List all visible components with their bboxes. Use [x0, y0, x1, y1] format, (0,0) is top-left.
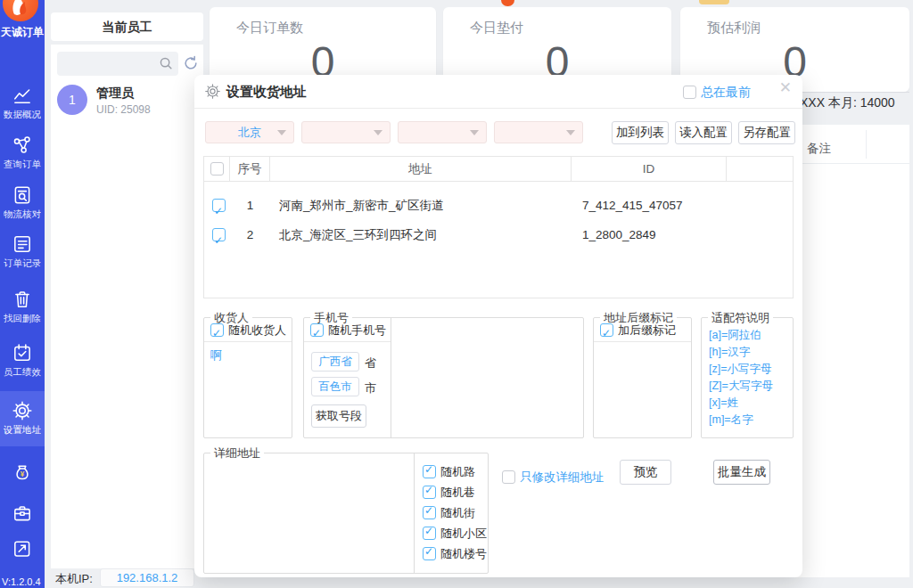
divider	[414, 453, 415, 573]
col-header-id: ID	[572, 157, 727, 182]
stat-title: 今日订单数	[236, 20, 303, 37]
random-road-checkbox[interactable]	[423, 465, 436, 478]
batch-generate-button[interactable]: 批量生成	[713, 460, 770, 485]
chevron-down-icon	[566, 130, 575, 135]
adapter-line: [x]=姓	[709, 395, 773, 412]
sidebar: 天诚订单 数据概况 查询订单 物流核对 订单记录 找回删除 员工绩效 设置地址 …	[0, 0, 45, 588]
city-select[interactable]	[301, 121, 391, 143]
random-building-toggle[interactable]: 随机楼号	[423, 546, 487, 562]
stat-title: 今日垫付	[470, 20, 523, 37]
random-community-checkbox[interactable]	[423, 527, 436, 540]
search-icon[interactable]	[158, 55, 174, 71]
employee-name[interactable]: 管理员	[96, 86, 134, 102]
clipboard-transfer-icon	[12, 538, 33, 559]
phone-city-button[interactable]: 百色市	[311, 377, 359, 396]
sidebar-item-set-address[interactable]: 设置地址	[0, 391, 45, 446]
random-phone-checkbox[interactable]	[310, 323, 324, 337]
row-checkbox[interactable]	[212, 199, 226, 212]
adapter-fieldset: 适配符说明 [a]=阿拉伯 [h]=汉字 [z]=小写字母 [Z]=大写字母 […	[701, 317, 794, 438]
random-building-checkbox[interactable]	[423, 547, 436, 560]
local-ip-value[interactable]: 192.168.1.2	[100, 568, 194, 587]
sidebar-item-wallet[interactable]: ¥	[0, 462, 45, 484]
adapter-line: [a]=阿拉伯	[709, 327, 773, 344]
sidebar-item-label: 找回删除	[1, 312, 44, 324]
trash-icon	[12, 289, 33, 310]
sidebar-item-logistics-check[interactable]: 物流核对	[0, 184, 45, 221]
add-suffix-checkbox[interactable]	[600, 323, 613, 337]
province-select[interactable]: 北京	[205, 121, 294, 143]
gear-icon	[12, 400, 33, 421]
money-bag-icon: ¥	[12, 462, 33, 484]
add-suffix-label: 加后缀标记	[618, 323, 676, 337]
sidebar-item-employee-performance[interactable]: 员工绩效	[0, 342, 45, 379]
random-lane-checkbox[interactable]	[423, 486, 436, 499]
sidebar-item-label: 员工绩效	[1, 365, 44, 378]
random-road-label: 随机路	[440, 465, 475, 478]
receiver-fieldset: 收货人 随机收货人 啊	[203, 317, 292, 438]
phone-segment-area[interactable]	[391, 318, 583, 437]
sidebar-item-label: 查询订单	[1, 158, 44, 170]
select-all-checkbox[interactable]	[210, 162, 224, 176]
random-community-toggle[interactable]: 随机小区	[423, 526, 487, 542]
phone-province-button[interactable]: 广西省	[311, 352, 359, 372]
get-segment-button[interactable]: 获取号段	[311, 404, 366, 428]
row-select-cell	[204, 191, 230, 220]
briefcase-icon	[12, 502, 33, 524]
detail-address-textarea[interactable]	[204, 453, 414, 573]
chevron-down-icon	[374, 130, 382, 135]
random-lane-toggle[interactable]: 随机巷	[423, 485, 475, 501]
sidebar-item-label: 订单记录	[1, 257, 44, 269]
suffix-fieldset: 地址后缀标记 加后缀标记	[593, 317, 692, 438]
sidebar-item-transfer[interactable]	[0, 538, 45, 559]
random-receiver-toggle[interactable]: 随机收货人	[204, 318, 292, 342]
chevron-down-icon	[277, 130, 286, 135]
district-select[interactable]	[398, 121, 487, 143]
adapter-legend: 适配符说明	[708, 310, 773, 326]
select-all-cell	[204, 157, 230, 182]
save-as-config-button[interactable]: 另存配置	[738, 121, 795, 144]
add-suffix-toggle[interactable]: 加后缀标记	[594, 318, 691, 342]
always-on-top-label: 总在最前	[701, 85, 751, 99]
preview-button[interactable]: 预览	[620, 460, 671, 485]
random-lane-label: 随机巷	[440, 486, 475, 499]
only-detail-checkbox[interactable]	[502, 470, 515, 484]
sidebar-item-recover-deleted[interactable]: 找回删除	[0, 289, 45, 325]
row-checkbox[interactable]	[212, 228, 226, 241]
nodes-icon	[12, 135, 33, 156]
col-header-no: 序号	[230, 157, 270, 182]
sidebar-item-order-records[interactable]: 订单记录	[0, 233, 45, 270]
remark-column-header: 备注	[807, 141, 831, 157]
random-street-label: 随机街	[440, 506, 475, 519]
random-road-toggle[interactable]: 随机路	[423, 464, 475, 480]
receiver-value[interactable]: 啊	[210, 347, 222, 363]
province-suffix-label: 省	[365, 355, 376, 372]
random-receiver-checkbox[interactable]	[210, 323, 224, 337]
table-row[interactable]: 2 北京_海淀区_三环到四环之间 1_2800_2849	[204, 220, 793, 249]
employee-panel: 1 管理员 UID: 25098	[51, 45, 203, 568]
row-no: 1	[230, 191, 270, 220]
only-detail-toggle[interactable]: 只修改详细地址	[502, 470, 605, 486]
random-street-checkbox[interactable]	[423, 506, 436, 519]
adapter-line: [z]=小写字母	[709, 361, 773, 378]
refresh-icon[interactable]	[183, 55, 199, 71]
sidebar-item-data-overview[interactable]: 数据概况	[0, 85, 45, 121]
sidebar-item-label: 数据概况	[1, 108, 44, 120]
random-phone-label: 随机手机号	[328, 323, 386, 337]
add-to-list-button[interactable]: 加到列表	[612, 121, 669, 144]
app-root: { "colors": { "sidebar": "#3a50e0", "sid…	[0, 0, 913, 588]
address-table: 序号 地址 ID 1 河南_郑州市_新密市_矿区街道 7_412_415_470…	[203, 156, 794, 298]
sidebar-item-toolbox[interactable]	[0, 502, 45, 524]
street-select[interactable]	[494, 121, 583, 143]
close-icon[interactable]: ✕	[779, 78, 792, 97]
sidebar-item-query-orders[interactable]: 查询订单	[0, 135, 45, 171]
random-street-toggle[interactable]: 随机街	[423, 505, 475, 521]
adapter-line: [h]=汉字	[709, 344, 773, 361]
always-on-top-checkbox[interactable]	[683, 86, 696, 99]
always-on-top-toggle[interactable]: 总在最前	[683, 85, 751, 101]
row-select-cell	[204, 220, 230, 249]
random-phone-toggle[interactable]: 随机手机号	[304, 318, 391, 342]
load-config-button[interactable]: 读入配置	[675, 121, 732, 144]
employee-avatar[interactable]: 1	[57, 85, 87, 115]
cutoff-tab	[699, 0, 729, 4]
table-row[interactable]: 1 河南_郑州市_新密市_矿区街道 7_412_415_47057	[204, 191, 793, 220]
